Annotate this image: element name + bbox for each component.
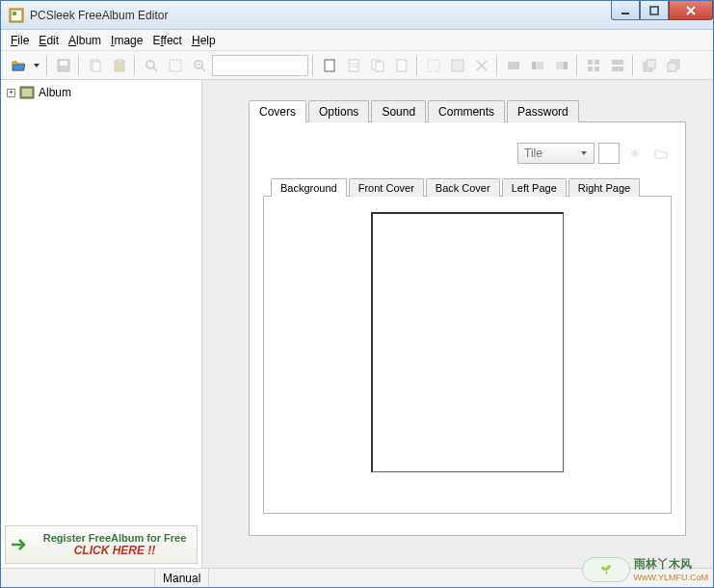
zoom-out-button (188, 54, 210, 76)
menu-effect[interactable]: Effect (152, 34, 181, 47)
register-banner[interactable]: Register FreeAlbum for Free CLICK HERE !… (5, 525, 198, 564)
app-icon (9, 8, 24, 23)
svg-rect-17 (376, 62, 383, 71)
svg-point-11 (146, 61, 154, 68)
svg-rect-37 (22, 89, 32, 96)
toolbar (1, 51, 713, 80)
options-row: Tile (263, 142, 672, 164)
maximize-button[interactable] (640, 1, 669, 20)
statusbar: Manual (1, 568, 713, 587)
chevron-down-icon (580, 149, 588, 157)
tab-covers[interactable]: Covers (249, 100, 306, 122)
svg-rect-21 (508, 62, 519, 69)
tree-root-label: Album (39, 86, 71, 99)
register-line1: Register FreeAlbum for Free (37, 532, 193, 544)
svg-rect-23 (532, 62, 536, 69)
save-button (52, 54, 74, 76)
arrow-icon (10, 536, 31, 553)
zoom-button (140, 54, 162, 76)
menu-help[interactable]: Help (192, 34, 216, 47)
tab-options[interactable]: Options (308, 100, 369, 122)
svg-rect-3 (621, 13, 629, 14)
subtab-panel (263, 196, 672, 514)
subtabs: Background Front Cover Back Cover Left P… (271, 177, 672, 196)
copy-button (84, 54, 106, 76)
align-button-2 (526, 54, 548, 76)
align-button-1 (502, 54, 524, 76)
titlebar: PCSleek FreeAlbum Editor (1, 1, 713, 30)
svg-rect-4 (650, 7, 658, 14)
separator (496, 55, 498, 76)
tab-panel: Tile Background Front Cover Back Cover L… (249, 121, 686, 536)
paste-button (108, 54, 130, 76)
register-line2: CLICK HERE !! (37, 544, 193, 557)
tile-select[interactable]: Tile (517, 143, 595, 164)
menu-edit[interactable]: Edit (39, 34, 59, 47)
svg-rect-2 (13, 12, 16, 15)
svg-rect-31 (612, 67, 623, 71)
align-button-3 (550, 54, 572, 76)
tree-root[interactable]: + Album (7, 84, 196, 101)
option-button-1 (623, 142, 646, 164)
window-controls (611, 1, 713, 20)
tabs: Covers Options Sound Comments Password (249, 99, 686, 121)
subtab-front-cover[interactable]: Front Cover (349, 178, 424, 197)
tab-comments[interactable]: Comments (428, 100, 505, 122)
menu-file[interactable]: File (11, 34, 29, 47)
grid-button-2 (606, 54, 628, 76)
grid-button-1 (582, 54, 604, 76)
tab-password[interactable]: Password (507, 100, 579, 122)
separator (312, 55, 314, 76)
body: + Album Register FreeAlbum for Free CLIC… (1, 80, 713, 568)
zoom-select[interactable] (212, 55, 308, 76)
open-button[interactable] (7, 54, 29, 76)
status-cell-1 (1, 569, 155, 587)
sidebar: + Album Register FreeAlbum for Free CLIC… (1, 80, 202, 568)
expand-icon[interactable]: + (7, 89, 15, 97)
separator (134, 55, 136, 76)
svg-rect-35 (668, 63, 676, 71)
register-text: Register FreeAlbum for Free CLICK HERE !… (37, 532, 193, 557)
subtab-left-page[interactable]: Left Page (502, 178, 567, 197)
canvas[interactable] (371, 212, 564, 472)
svg-rect-8 (93, 62, 100, 71)
window-title: PCSleek FreeAlbum Editor (30, 9, 168, 22)
menubar: File Edit Album Image Effect Help (1, 30, 713, 51)
menu-album[interactable]: Album (68, 34, 101, 47)
svg-rect-26 (588, 60, 593, 65)
page-button-1 (342, 54, 364, 76)
subtab-right-page[interactable]: Right Page (569, 178, 640, 197)
subtab-back-cover[interactable]: Back Cover (426, 178, 500, 197)
album-icon (19, 85, 35, 100)
svg-rect-25 (564, 62, 568, 69)
separator (416, 55, 418, 76)
separator (632, 55, 634, 76)
minimize-button[interactable] (611, 1, 640, 20)
svg-rect-14 (325, 60, 334, 71)
svg-rect-30 (612, 60, 623, 65)
main-panel: Covers Options Sound Comments Password T… (202, 80, 713, 568)
layer-button-1 (638, 54, 660, 76)
delete-button (470, 54, 492, 76)
effect-button (446, 54, 468, 76)
tab-sound[interactable]: Sound (371, 100, 426, 122)
close-button[interactable] (669, 1, 713, 20)
browse-button (649, 142, 672, 164)
svg-rect-6 (60, 61, 67, 66)
subtab-background[interactable]: Background (271, 178, 347, 197)
status-mode: Manual (155, 569, 209, 587)
tile-select-value: Tile (524, 147, 542, 160)
svg-rect-20 (452, 60, 463, 71)
menu-image[interactable]: Image (111, 34, 143, 47)
svg-rect-28 (588, 67, 593, 71)
svg-rect-27 (595, 60, 599, 65)
color-picker[interactable] (598, 143, 620, 164)
layer-button-2 (662, 54, 684, 76)
open-dropdown[interactable] (31, 54, 42, 76)
svg-rect-29 (595, 67, 599, 71)
svg-rect-15 (349, 60, 358, 71)
new-page-button[interactable] (318, 54, 340, 76)
svg-rect-19 (428, 60, 439, 71)
svg-rect-10 (117, 60, 122, 63)
page-button-3 (390, 54, 412, 76)
